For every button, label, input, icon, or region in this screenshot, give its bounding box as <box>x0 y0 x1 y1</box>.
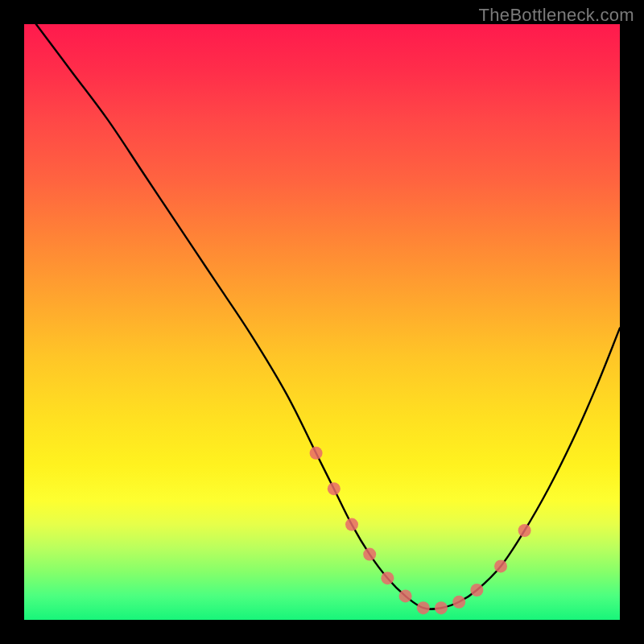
bottleneck-curve-path <box>36 24 620 609</box>
highlight-dot <box>345 518 358 531</box>
highlight-dot <box>328 482 341 495</box>
highlight-dot <box>470 584 483 597</box>
watermark-text: TheBottleneck.com <box>479 5 634 26</box>
chart-svg <box>24 24 620 620</box>
highlight-dot <box>435 601 448 614</box>
highlight-dot <box>417 601 430 614</box>
chart-stage: TheBottleneck.com <box>0 0 644 644</box>
highlight-dot <box>310 447 323 460</box>
highlight-dot <box>381 572 394 584</box>
highlight-dot <box>399 589 412 602</box>
highlight-dot <box>452 596 465 609</box>
highlight-dot <box>363 548 376 561</box>
highlight-dot <box>494 559 507 572</box>
highlight-dot <box>518 524 531 537</box>
chart-plot-area <box>24 24 620 620</box>
bottom-cluster-dots <box>310 447 531 614</box>
